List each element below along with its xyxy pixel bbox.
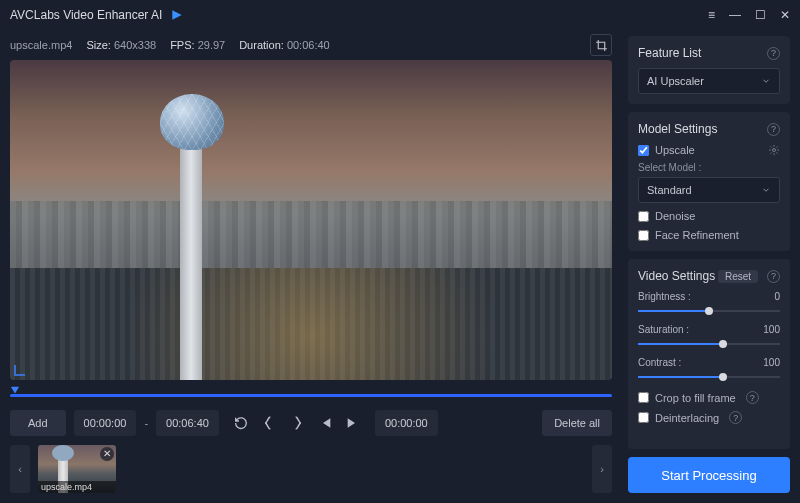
crop-icon [595,39,608,52]
brightness-slider[interactable] [638,304,780,318]
help-icon[interactable]: ? [767,123,780,136]
gear-icon[interactable] [768,144,780,156]
chevron-down-icon [761,76,771,86]
app-logo-icon [170,8,184,22]
svg-point-0 [773,149,776,152]
close-icon[interactable]: ✕ [780,9,790,21]
scale-icon [14,364,26,376]
denoise-checkbox[interactable] [638,211,649,222]
maximize-icon[interactable]: ☐ [755,9,766,21]
help-icon[interactable]: ? [729,411,742,424]
undo-icon[interactable] [233,415,249,431]
deinterlace-checkbox[interactable] [638,412,649,423]
trim-end[interactable]: 00:06:40 [156,410,219,436]
file-name: upscale.mp4 [10,39,72,51]
bracket-right-icon[interactable] [289,415,305,431]
reset-button[interactable]: Reset [718,270,758,283]
video-settings-panel: Video Settings Reset ? Brightness :0 Sat… [628,259,790,449]
chevron-down-icon [761,185,771,195]
titlebar: AVCLabs Video Enhancer AI ≡ — ☐ ✕ [0,0,800,30]
feature-list-title: Feature List [638,46,701,60]
model-settings-panel: Model Settings ? Upscale Select Model : … [628,112,790,251]
menu-icon[interactable]: ≡ [708,9,715,21]
face-refinement-checkbox[interactable] [638,230,649,241]
feature-list-panel: Feature List ? AI Upscaler [628,36,790,104]
app-title: AVCLabs Video Enhancer AI [10,8,162,22]
help-icon[interactable]: ? [746,391,759,404]
skip-back-icon[interactable] [317,415,333,431]
minimize-icon[interactable]: — [729,9,741,21]
contrast-slider[interactable] [638,370,780,384]
clip-strip: ‹ ✕ upscale.mp4 › [10,445,612,493]
clips-prev-button[interactable]: ‹ [10,445,30,493]
current-time: 00:00:00 [375,410,438,436]
skip-forward-icon[interactable] [345,415,361,431]
video-info-bar: upscale.mp4 Size: 640x338 FPS: 29.97 Dur… [10,34,612,56]
video-preview[interactable] [10,60,612,380]
timeline[interactable] [10,386,612,403]
clip-thumbnail[interactable]: ✕ upscale.mp4 [38,445,116,493]
start-processing-button[interactable]: Start Processing [628,457,790,493]
model-select[interactable]: Standard [638,177,780,203]
crop-button[interactable] [590,34,612,56]
add-button[interactable]: Add [10,410,66,436]
video-settings-title: Video Settings [638,269,715,283]
delete-all-button[interactable]: Delete all [542,410,612,436]
upscale-checkbox[interactable] [638,145,649,156]
clip-label: upscale.mp4 [38,481,116,493]
clip-remove-icon[interactable]: ✕ [100,447,114,461]
trim-start[interactable]: 00:00:00 [74,410,137,436]
clips-next-button[interactable]: › [592,445,612,493]
help-icon[interactable]: ? [767,270,780,283]
feature-select[interactable]: AI Upscaler [638,68,780,94]
model-settings-title: Model Settings [638,122,717,136]
bracket-left-icon[interactable] [261,415,277,431]
saturation-slider[interactable] [638,337,780,351]
trim-separator: - [144,417,148,429]
crop-fill-checkbox[interactable] [638,392,649,403]
help-icon[interactable]: ? [767,47,780,60]
playback-controls: Add 00:00:00 - 00:06:40 00:00:00 Delete … [10,409,612,436]
